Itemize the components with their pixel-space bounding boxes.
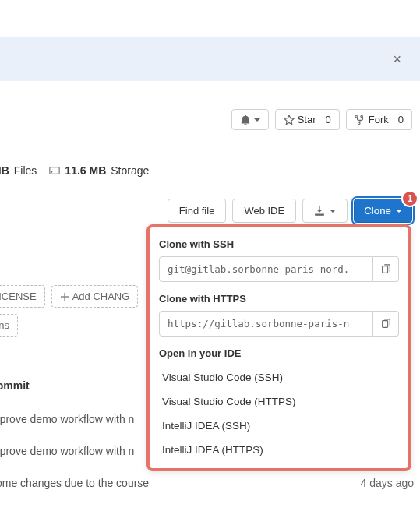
alert-bar: × xyxy=(0,37,420,81)
clone-https-title: Clone with HTTPS xyxy=(159,293,399,305)
clone-https-input-group xyxy=(159,311,399,337)
ide-option-vscode-ssh[interactable]: Visual Studio Code (SSH) xyxy=(159,365,399,389)
bell-icon xyxy=(240,115,251,125)
alert-close-button[interactable]: × xyxy=(386,48,408,71)
files-size-value: MB xyxy=(0,164,9,177)
notification-dropdown[interactable] xyxy=(231,109,269,130)
copy-https-button[interactable] xyxy=(373,311,399,337)
open-ide-title: Open in your IDE xyxy=(159,347,399,359)
commit-message: mprove demo workflow with n xyxy=(0,445,134,457)
clone-ssh-url-input[interactable] xyxy=(159,256,373,282)
clone-ssh-input-group xyxy=(159,256,399,282)
plus-icon xyxy=(60,292,69,301)
commit-column-header: commit xyxy=(0,379,30,392)
storage-size-value: 11.6 MB xyxy=(65,164,106,177)
storage-label: Storage xyxy=(111,164,149,177)
svg-rect-3 xyxy=(383,320,388,327)
disk-icon xyxy=(49,165,60,176)
project-actions-row: Star 0 Fork 0 xyxy=(0,100,420,130)
commit-message: mprove demo workflow with n xyxy=(0,413,134,425)
fork-button[interactable]: Fork xyxy=(346,109,397,130)
svg-rect-0 xyxy=(50,167,59,174)
fork-label: Fork xyxy=(369,114,389,125)
star-icon xyxy=(284,115,295,125)
download-dropdown[interactable] xyxy=(302,199,348,223)
download-icon xyxy=(314,206,325,217)
files-label: Files xyxy=(14,164,37,177)
web-ide-button[interactable]: Web IDE xyxy=(232,199,296,223)
star-group: Star 0 xyxy=(275,109,340,130)
license-chip[interactable]: LICENSE xyxy=(0,285,45,308)
ide-option-list: Visual Studio Code (SSH) Visual Studio C… xyxy=(159,365,399,462)
star-label: Star xyxy=(298,114,316,125)
fork-group: Fork 0 xyxy=(346,109,412,130)
ide-option-vscode-https[interactable]: Visual Studio Code (HTTPS) xyxy=(159,389,399,414)
ide-option-intellij-ssh[interactable]: IntelliJ IDEA (SSH) xyxy=(159,414,399,438)
options-chip[interactable]: ons xyxy=(0,314,18,337)
svg-rect-2 xyxy=(383,266,388,273)
add-changelog-chip[interactable]: Add CHANG xyxy=(51,285,139,308)
star-count[interactable]: 0 xyxy=(318,109,340,130)
clone-dropdown-panel: Clone with SSH Clone with HTTPS Open in … xyxy=(146,224,411,471)
chevron-down-icon xyxy=(396,208,402,214)
storage-info-row: MB Files 11.6 MB Storage xyxy=(0,164,420,177)
storage-size-item: 11.6 MB Storage xyxy=(49,164,149,177)
fork-icon xyxy=(355,115,365,125)
copy-icon xyxy=(380,319,391,329)
notification-badge: 1 xyxy=(401,190,418,207)
copy-icon xyxy=(380,264,391,275)
commit-time: 4 days ago xyxy=(361,477,415,489)
clone-ssh-title: Clone with SSH xyxy=(159,238,399,250)
chevron-down-icon xyxy=(330,208,336,214)
fork-count[interactable]: 0 xyxy=(390,109,412,130)
svg-point-1 xyxy=(51,171,53,173)
chevron-down-icon xyxy=(254,117,260,123)
table-row[interactable]: some changes due to the course 4 days ag… xyxy=(0,467,420,499)
star-button[interactable]: Star xyxy=(275,109,325,130)
copy-ssh-button[interactable] xyxy=(373,256,399,282)
repo-action-row: Find file Web IDE Clone 1 xyxy=(0,199,420,223)
find-file-button[interactable]: Find file xyxy=(168,199,227,223)
ide-option-intellij-https[interactable]: IntelliJ IDEA (HTTPS) xyxy=(159,438,399,462)
commit-message: some changes due to the course xyxy=(0,477,149,489)
clone-https-url-input[interactable] xyxy=(159,311,373,337)
clone-label: Clone xyxy=(364,205,391,217)
files-size-item: MB Files xyxy=(0,164,37,177)
